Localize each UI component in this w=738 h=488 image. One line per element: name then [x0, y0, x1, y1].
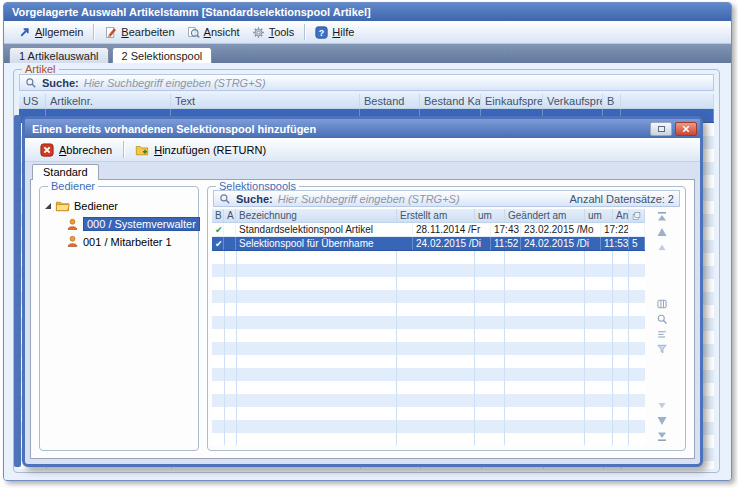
add-button[interactable]: Hinzufügen (RETURN)	[130, 141, 271, 159]
column-view-icon[interactable]	[656, 298, 669, 310]
dialog-tabstrip: Standard	[25, 162, 700, 179]
edit-icon	[104, 26, 117, 39]
column-header[interactable]: A	[224, 209, 236, 222]
cell-bezeichnung: Selektionspool für Übernhame	[236, 237, 413, 250]
table-row-selected[interactable]: ✔ Selektionspool für Übernhame 24.02.201…	[212, 237, 645, 251]
menu-label: Hilfe	[332, 26, 354, 38]
arrow-ne-icon	[18, 26, 31, 39]
menu-item-hilfe[interactable]: ? Hilfe	[309, 24, 360, 41]
search-icon	[219, 193, 231, 205]
pools-table: B A Bezeichnung Erstellt am um Geändert …	[212, 209, 645, 251]
column-header[interactable]: Verkaufspreis	[543, 94, 603, 108]
expander-icon[interactable]	[45, 203, 51, 209]
dialog-minimize-button[interactable]	[650, 122, 672, 136]
column-header[interactable]: US	[19, 94, 46, 108]
bediener-groupbox: Bediener Bediener 000 / Systemverwalter	[39, 186, 199, 451]
search-grid-icon[interactable]	[656, 313, 669, 325]
scroll-up-icon[interactable]	[656, 226, 669, 238]
column-header[interactable]: Geändert am	[505, 209, 585, 222]
scroll-to-bottom-icon[interactable]	[656, 430, 669, 442]
menu-item-tools[interactable]: Tools	[246, 24, 301, 41]
tree-item-mitarbeiter1[interactable]: 001 / Mitarbeiter 1	[43, 233, 195, 250]
cell-erstellt-am: 28.11.2014 /Fr	[413, 223, 491, 236]
help-icon: ?	[315, 26, 328, 39]
bediener-tree: Bediener 000 / Systemverwalter 001 / Mit…	[40, 187, 198, 259]
cancel-x-icon	[40, 143, 54, 157]
cell-geaendert-am: 23.02.2015 /Mo	[521, 223, 601, 236]
dialog-panel: Bediener Bediener 000 / Systemverwalter	[30, 179, 695, 459]
add-selektionspool-dialog: Einen bereits vorhandenen Selektionspool…	[22, 116, 703, 467]
search-placeholder: Hier Suchbegriff eingeben (STRG+S)	[84, 77, 266, 89]
pools-table-body[interactable]	[212, 251, 645, 445]
check-icon: ✔	[212, 223, 224, 236]
column-header[interactable]: B	[603, 94, 621, 108]
scroll-up-small-icon[interactable]	[656, 241, 669, 253]
grid-navigation-strip	[652, 211, 672, 442]
pools-search-input[interactable]: Suche: Hier Suchbegriff eingeben (STRG+S…	[213, 190, 680, 207]
cell-erstellt-am: 24.02.2015 /Di	[413, 237, 491, 250]
menu-item-bearbeiten[interactable]: Bearbeiten	[98, 24, 180, 41]
cell-an	[629, 223, 645, 236]
column-chooser-button[interactable]	[629, 209, 645, 222]
main-tabstrip: 1 Artikelauswahl 2 Selektionspool	[4, 44, 731, 63]
menu-label: Ansicht	[204, 26, 240, 38]
cell-erstellt-um: 11:52	[491, 237, 521, 250]
toolbar-separator	[123, 141, 124, 158]
main-titlebar: Vorgelagerte Auswahl Artikelstamm [Stand…	[4, 3, 731, 21]
search-icon	[25, 77, 37, 89]
cell-bezeichnung: Standardselektionspool Artikel	[236, 223, 413, 236]
column-header[interactable]: Einkaufspreis	[481, 94, 543, 108]
column-header[interactable]: Bezeichnung	[236, 209, 397, 222]
bediener-group-label: Bediener	[48, 180, 98, 192]
column-header[interactable]: An	[613, 209, 629, 222]
table-row[interactable]: ✔ Standardselektionspool Artikel 28.11.2…	[212, 223, 645, 237]
search-label: Suche:	[42, 77, 79, 89]
column-header[interactable]: Bestand Kalk.	[420, 94, 481, 108]
dialog-toolbar: Abbrechen Hinzufügen (RETURN)	[25, 138, 700, 162]
cell-geaendert-am: 24.02.2015 /Di	[521, 237, 601, 250]
tree-item-label: 000 / Systemverwalter	[83, 217, 200, 231]
person-icon	[66, 235, 79, 248]
tree-root-bediener[interactable]: Bediener	[43, 196, 195, 215]
minimize-icon	[658, 126, 665, 132]
menu-label: Tools	[269, 26, 295, 38]
cell-erstellt-um: 17:43	[491, 223, 521, 236]
tab-selektionspool[interactable]: 2 Selektionspool	[112, 47, 213, 63]
main-menubar: Allgemein Bearbeiten Ansicht Tools ?	[4, 21, 731, 44]
column-header[interactable]: B	[212, 209, 224, 222]
check-icon: ✔	[212, 237, 224, 250]
selektionspools-groupbox: Selektionspools Suche: Hier Suchbegriff …	[207, 186, 686, 451]
menu-item-ansicht[interactable]: Ansicht	[181, 24, 246, 41]
scroll-down-small-icon[interactable]	[656, 400, 669, 412]
goto-record-icon[interactable]	[656, 328, 669, 340]
column-header[interactable]: Bestand	[360, 94, 420, 108]
filter-icon[interactable]	[656, 343, 669, 355]
tree-root-label: Bediener	[74, 200, 118, 212]
column-header[interactable]: um	[475, 209, 505, 222]
tree-item-label: 001 / Mitarbeiter 1	[83, 236, 172, 248]
cancel-button[interactable]: Abbrechen	[35, 141, 117, 159]
cell-geaendert-um: 17:22	[601, 223, 629, 236]
menu-item-allgemein[interactable]: Allgemein	[12, 24, 89, 41]
tab-artikelauswahl[interactable]: 1 Artikelauswahl	[9, 47, 109, 63]
svg-text:?: ?	[319, 27, 324, 37]
scroll-to-top-icon[interactable]	[656, 211, 669, 223]
tab-standard[interactable]: Standard	[32, 164, 99, 180]
artikel-search-input[interactable]: Suche: Hier Suchbegriff eingeben (STRG+S…	[19, 74, 714, 91]
menu-label: Bearbeiten	[121, 26, 174, 38]
scroll-down-icon[interactable]	[656, 415, 669, 427]
dialog-titlebar: Einen bereits vorhandenen Selektionspool…	[25, 119, 700, 138]
dialog-close-button[interactable]	[675, 122, 697, 136]
column-header[interactable]: um	[585, 209, 613, 222]
column-header[interactable]: Erstellt am	[397, 209, 475, 222]
column-header[interactable]: Artikelnr.	[46, 94, 171, 108]
add-label: Hinzufügen (RETURN)	[154, 144, 266, 156]
window-title: Vorgelagerte Auswahl Artikelstamm [Stand…	[12, 6, 371, 18]
add-folder-icon	[135, 143, 149, 157]
column-header[interactable]: Text	[171, 94, 360, 108]
menu-label: Allgemein	[35, 26, 83, 38]
cell-geaendert-um: 11:53	[601, 237, 629, 250]
tree-item-systemverwalter[interactable]: 000 / Systemverwalter	[43, 215, 195, 233]
magnifier-doc-icon	[187, 26, 200, 39]
column-header-filler	[621, 94, 714, 108]
